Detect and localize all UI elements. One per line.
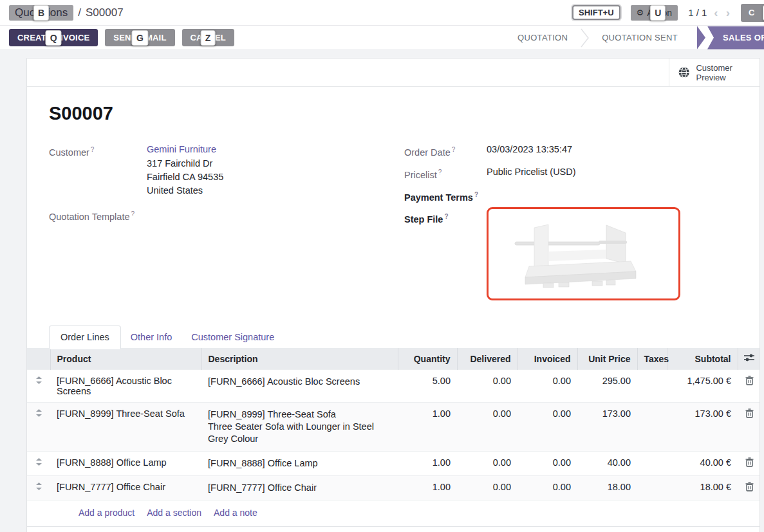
- action-menu-button[interactable]: ⚙ Action U: [631, 5, 678, 21]
- column-header-product[interactable]: Product: [50, 348, 201, 370]
- field-group: Customer? Gemini Furniture 317 Fairchild…: [49, 143, 738, 306]
- table-row[interactable]: [FURN_8999] Three-Seat Sofa [FURN_8999] …: [27, 403, 760, 452]
- column-header-taxes[interactable]: Taxes: [637, 348, 667, 370]
- cell-unit-price[interactable]: 40.00: [577, 452, 637, 476]
- trash-icon: [745, 376, 754, 385]
- delete-row-button[interactable]: [745, 457, 754, 469]
- cell-delivered[interactable]: 0.00: [457, 370, 517, 403]
- keyboard-hint-q: Q: [46, 30, 62, 46]
- column-header-description[interactable]: Description: [201, 348, 398, 370]
- table-row[interactable]: [FURN_8888] Office Lamp [FURN_8888] Offi…: [27, 452, 760, 476]
- cell-description[interactable]: [FURN_6666] Acoustic Bloc Screens: [201, 370, 398, 403]
- status-step-quotation[interactable]: QUOTATION: [505, 33, 581, 42]
- tab-order-lines[interactable]: Order Lines: [49, 326, 121, 349]
- status-step-sales-order[interactable]: SALES ORDER: [707, 26, 764, 50]
- field-pricelist: Pricelist? Public Pricelist (USD): [404, 165, 738, 182]
- status-step-quotation-sent[interactable]: QUOTATION SENT: [589, 33, 691, 42]
- drag-handle-icon[interactable]: [27, 452, 50, 476]
- delete-row-button[interactable]: [745, 376, 754, 387]
- step-file-3d-render: [510, 216, 658, 292]
- add-section-link[interactable]: Add a section: [147, 508, 201, 518]
- customer-label: Customer?: [49, 143, 147, 197]
- breadcrumb-quotations-link[interactable]: Quotations B: [9, 5, 73, 21]
- adjust-columns-icon: [744, 353, 754, 362]
- quotation-template-label: Quotation Template?: [49, 207, 147, 224]
- cell-description[interactable]: [FURN_8999] Three-Seat Sofa Three Seater…: [201, 403, 398, 452]
- cancel-button[interactable]: CANCEL Z: [182, 29, 234, 46]
- help-icon: ?: [452, 146, 456, 153]
- cell-quantity[interactable]: 1.00: [398, 452, 457, 476]
- send-email-button[interactable]: SEND EMAIL G: [105, 29, 174, 46]
- pager-previous-button[interactable]: ‹: [713, 6, 718, 19]
- pricelist-value[interactable]: Public Pricelist (USD): [487, 165, 576, 182]
- cell-delivered[interactable]: 0.00: [457, 403, 517, 452]
- column-header-quantity[interactable]: Quantity: [398, 348, 457, 370]
- payment-terms-label: Payment Terms?: [404, 188, 487, 205]
- handle-column-header: [27, 348, 50, 370]
- order-date-value[interactable]: 03/03/2023 13:35:47: [487, 143, 572, 160]
- cell-taxes[interactable]: [637, 403, 667, 452]
- order-lines-table: Product Description Quantity Delivered I…: [27, 348, 760, 500]
- cell-taxes[interactable]: [637, 476, 667, 500]
- optional-columns-button[interactable]: [744, 353, 754, 364]
- cell-delivered[interactable]: 0.00: [457, 452, 517, 476]
- cell-invoiced[interactable]: 0.00: [517, 476, 577, 500]
- create-invoice-button[interactable]: CREATE INVOICE Q: [9, 29, 98, 46]
- cell-product[interactable]: [FURN_8888] Office Lamp: [50, 452, 201, 476]
- table-row[interactable]: [FURN_6666] Acoustic Bloc Screens [FURN_…: [27, 370, 760, 403]
- cell-product[interactable]: [FURN_8999] Three-Seat Sofa: [50, 403, 201, 452]
- create-button-label: C: [749, 8, 754, 17]
- cell-product[interactable]: [FURN_7777] Office Chair: [50, 476, 201, 500]
- cell-invoiced[interactable]: 0.00: [517, 370, 577, 403]
- drag-handle-icon[interactable]: [27, 370, 50, 403]
- cell-unit-price[interactable]: 173.00: [577, 403, 637, 452]
- customer-preview-label: Customer Preview: [696, 63, 759, 82]
- column-header-delivered[interactable]: Delivered: [457, 348, 517, 370]
- column-header-invoiced[interactable]: Invoiced: [517, 348, 577, 370]
- button-box-row: Customer Preview: [27, 59, 759, 87]
- cell-quantity[interactable]: 1.00: [398, 403, 457, 452]
- help-icon: ?: [131, 210, 135, 217]
- table-row[interactable]: [FURN_7777] Office Chair [FURN_7777] Off…: [27, 476, 760, 500]
- cell-invoiced[interactable]: 0.00: [517, 452, 577, 476]
- cell-description[interactable]: [FURN_7777] Office Chair: [201, 476, 398, 500]
- pager-value: 1 / 1: [688, 7, 707, 18]
- cell-unit-price[interactable]: 18.00: [577, 476, 637, 500]
- field-payment-terms: Payment Terms?: [404, 188, 738, 205]
- cell-invoiced[interactable]: 0.00: [517, 403, 577, 452]
- cell-subtotal: 173.00 €: [667, 403, 738, 452]
- cell-taxes[interactable]: [637, 452, 667, 476]
- customer-preview-button[interactable]: Customer Preview: [669, 59, 759, 86]
- create-button[interactable]: C: [741, 4, 764, 22]
- delete-row-button[interactable]: [745, 482, 754, 493]
- tab-other-info[interactable]: Other Info: [121, 326, 182, 348]
- sheet-body: S00007 Customer? Gemini Furniture 317 Fa…: [27, 87, 759, 348]
- pager-next-button[interactable]: ›: [725, 6, 731, 19]
- step-file-label: Step File?: [404, 210, 487, 300]
- cell-product[interactable]: [FURN_6666] Acoustic Bloc Screens: [50, 370, 201, 403]
- add-product-link[interactable]: Add a product: [79, 508, 135, 518]
- cell-quantity[interactable]: 5.00: [398, 370, 457, 403]
- drag-handle-icon[interactable]: [27, 403, 50, 452]
- add-note-link[interactable]: Add a note: [214, 508, 257, 518]
- page-title: S00007: [49, 103, 738, 124]
- drag-handle-icon[interactable]: [27, 476, 50, 500]
- cell-taxes[interactable]: [637, 370, 667, 403]
- sheet-footer: Terms and conditions... Total: 1,706.00 …: [27, 526, 759, 532]
- cell-description[interactable]: [FURN_8888] Office Lamp: [201, 452, 398, 476]
- customer-value: Gemini Furniture 317 Fairchild Dr Fairfi…: [147, 143, 223, 197]
- field-quotation-template: Quotation Template?: [49, 207, 404, 224]
- step-file-image[interactable]: [487, 207, 680, 300]
- column-header-subtotal[interactable]: Subtotal: [667, 348, 738, 370]
- customer-link[interactable]: Gemini Furniture: [147, 144, 216, 154]
- cell-unit-price[interactable]: 295.00: [577, 370, 637, 403]
- trash-icon: [745, 482, 754, 491]
- cell-subtotal: 1,475.00 €: [667, 370, 738, 403]
- tab-customer-signature[interactable]: Customer Signature: [182, 326, 284, 348]
- action-bar: CREATE INVOICE Q SEND EMAIL G CANCEL Z Q…: [0, 26, 764, 50]
- status-arrow-icon: [697, 26, 705, 50]
- column-header-unit-price[interactable]: Unit Price: [577, 348, 637, 370]
- delete-row-button[interactable]: [745, 408, 754, 420]
- cell-delivered[interactable]: 0.00: [457, 476, 517, 500]
- cell-quantity[interactable]: 1.00: [398, 476, 457, 500]
